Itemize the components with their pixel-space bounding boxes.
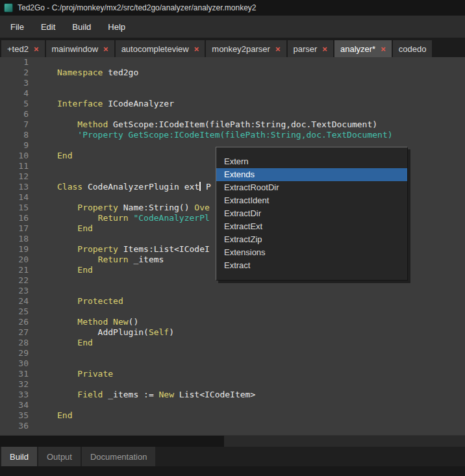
tab-mainwindow[interactable]: mainwindow× [46,40,114,57]
line-number: 32 [0,379,29,390]
tab-autocompleteview[interactable]: autocompleteview× [116,40,205,57]
code-segment-id [57,265,77,275]
window-title: Ted2Go - C:/proj/monkey/mx2/src/ted2go/a… [18,3,257,12]
code-segment-kw: Protected [77,296,123,306]
code-line [57,358,465,369]
code-segment-id [57,119,77,129]
code-segment-kw: Interface [57,99,103,108]
tab-codedo[interactable]: codedo [393,40,433,57]
line-number: 18 [0,234,29,244]
app-icon [4,3,13,12]
line-number: 1 [0,57,29,68]
line-number: 31 [0,369,29,379]
code-line [57,400,465,410]
line-number: 9 [0,140,29,151]
autocomplete-item-extractdir[interactable]: ExtractDir [216,207,407,220]
code-line: Namespace ted2go [57,68,465,78]
line-number: 28 [0,338,29,348]
autocomplete-item-extractzip[interactable]: ExtractZip [216,233,407,246]
horizontal-scrollbar-thumb[interactable] [0,436,224,447]
code-line: AddPlugin(Self) [57,327,465,338]
autocomplete-item-extern[interactable]: Extern [216,155,407,168]
code-segment-id [57,213,98,223]
menu-item-build[interactable]: Build [64,18,99,36]
line-number: 33 [0,390,29,400]
tab-parser[interactable]: parser× [288,40,333,57]
code-segment-id: AddPlugin( [57,327,149,337]
autocomplete-item-extends[interactable]: Extends [216,168,407,181]
code-line: Protected [57,296,465,307]
menu-bar: FileEditBuildHelp [0,16,465,38]
tab-label: parser [294,44,318,54]
code-segment-id [57,296,77,306]
autocomplete-item-extractext[interactable]: ExtractExt [216,220,407,233]
line-number: 30 [0,358,29,369]
code-segment-id [57,317,77,327]
tab-close-icon[interactable]: × [322,45,327,53]
tab-close-icon[interactable]: × [275,45,281,53]
code-line: Method GetScope:ICodeItem(filePath:Strin… [57,119,465,130]
code-line [57,88,465,99]
line-number: 36 [0,421,29,431]
tab-close-icon[interactable]: × [103,45,108,53]
autocomplete-item-extractrootdir[interactable]: ExtractRootDir [216,181,407,194]
line-number: 8 [0,130,29,140]
menu-item-help[interactable]: Help [99,18,134,36]
tab-analyzer[interactable]: analyzer*× [334,40,392,57]
code-segment-kw: Class [57,182,82,192]
code-segment-id: ) [169,327,174,337]
horizontal-scrollbar[interactable] [0,435,465,447]
bottom-tab-build[interactable]: Build [1,447,37,466]
line-number: 2 [0,68,29,78]
line-number: 25 [0,307,29,317]
code-segment-id [57,244,77,254]
code-segment-id [108,317,113,327]
code-segment-kw: New [159,390,174,399]
code-segment-id: List<ICodeItem> [174,390,255,399]
tab-close-icon[interactable]: × [381,45,386,53]
tab-close-icon[interactable]: × [34,45,39,53]
line-number: 14 [0,192,29,203]
line-number: 13 [0,182,29,192]
tab-label: mainwindow [52,44,99,54]
code-segment-id: ted2go [103,68,138,77]
autocomplete-item-extractident[interactable]: ExtractIdent [216,194,407,207]
code-segment-kw: Return [98,255,129,264]
tab-label: +ted2 [7,44,29,54]
code-segment-id [57,223,77,233]
tab-ted2[interactable]: +ted2× [1,40,45,57]
line-number: 20 [0,255,29,265]
line-number: 6 [0,109,29,119]
code-segment-id: _items := [103,390,158,399]
menu-item-file[interactable]: File [2,18,32,36]
line-number: 21 [0,265,29,275]
code-line [57,57,465,68]
code-segment-id [57,203,77,212]
autocomplete-item-extract[interactable]: Extract [216,259,407,272]
line-number: 19 [0,244,29,255]
tab-monkey2parser[interactable]: monkey2parser× [206,40,286,57]
line-number: 27 [0,327,29,338]
code-segment-kw: Property [77,244,118,254]
code-segment-id: GetScope:ICodeItem(filePath:String,doc.T… [108,119,377,129]
tab-bar: +ted2×mainwindow×autocompleteview×monkey… [0,38,465,57]
code-segment-id [57,338,77,347]
gutter: 1234567891011121314151617181920212223242… [0,57,32,435]
code-line [57,78,465,88]
code-segment-id: _items [129,255,164,264]
code-segment-kw: End [77,223,92,233]
autocomplete-item-extensions[interactable]: Extensions [216,246,407,259]
code-segment-id [57,390,77,399]
menu-item-edit[interactable]: Edit [32,18,64,36]
bottom-tab-bar: BuildOutputDocumentation [0,447,465,466]
bottom-tab-output[interactable]: Output [38,447,81,466]
line-number: 15 [0,203,29,213]
code-segment-kw: Method [77,119,108,129]
code-segment-id: () [129,317,139,327]
title-bar: Ted2Go - C:/proj/monkey/mx2/src/ted2go/a… [0,0,465,16]
code-line: Method New() [57,317,465,327]
code-segment-kw: Self [149,327,169,337]
bottom-tab-documentation[interactable]: Documentation [82,447,155,466]
line-number: 23 [0,286,29,296]
tab-close-icon[interactable]: × [194,45,199,53]
